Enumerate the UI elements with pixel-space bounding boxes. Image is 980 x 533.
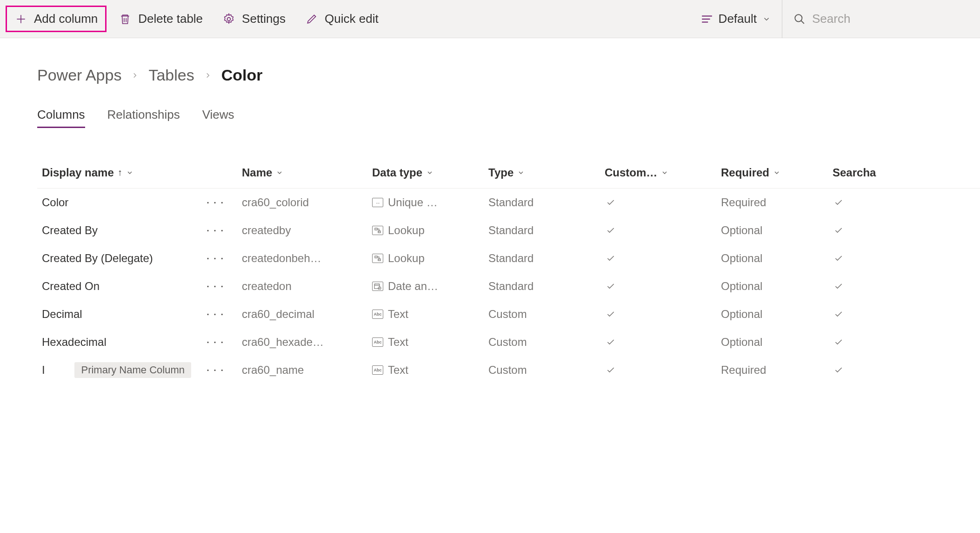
check-icon: [833, 198, 916, 207]
toolbar-right: Default: [690, 0, 974, 38]
tabs: Columns Relationships Views: [37, 108, 980, 128]
check-icon: [833, 254, 916, 263]
cell-searchable: [833, 337, 916, 347]
cell-display-name: Hexadecimal· · ·: [42, 336, 242, 349]
table-row[interactable]: Hexadecimal· · ·cra60_hexade…AbcTextCust…: [37, 328, 980, 356]
content-area: Power Apps Tables Color Columns Relation…: [0, 38, 980, 384]
header-required[interactable]: Required: [721, 166, 833, 179]
cell-name: cra60_colorid: [242, 196, 372, 209]
cell-name: cra60_hexade…: [242, 336, 372, 349]
cell-datatype: AbcText: [372, 308, 488, 321]
cell-searchable: [833, 226, 916, 235]
view-label: Default: [719, 12, 757, 26]
cell-datatype: AbcText: [372, 336, 488, 349]
tab-views[interactable]: Views: [202, 108, 234, 128]
header-display-name[interactable]: Display name ↑: [42, 166, 242, 179]
breadcrumb-root[interactable]: Power Apps: [37, 66, 121, 84]
svg-rect-10: [375, 228, 377, 230]
cell-custom: [605, 198, 721, 207]
cell-required: Optional: [721, 252, 833, 265]
text-icon: Abc: [372, 337, 383, 347]
trash-icon: [119, 13, 132, 26]
datetime-icon: [372, 282, 383, 291]
cell-custom: [605, 254, 721, 263]
cell-type: Custom: [488, 308, 605, 321]
breadcrumb-current: Color: [221, 66, 263, 84]
table-row[interactable]: Created On· · ·createdonDate an…Standard…: [37, 272, 980, 300]
cell-searchable: [833, 254, 916, 263]
cell-type: Standard: [488, 252, 605, 265]
cell-type: Custom: [488, 336, 605, 349]
cell-datatype: Lookup: [372, 224, 488, 237]
cell-type: Standard: [488, 224, 605, 237]
check-icon: [605, 282, 721, 291]
delete-table-button[interactable]: Delete table: [111, 7, 210, 31]
add-column-button[interactable]: Add column: [6, 6, 107, 32]
tab-relationships[interactable]: Relationships: [107, 108, 180, 128]
header-data-type[interactable]: Data type: [372, 166, 488, 179]
check-icon: [605, 337, 721, 347]
cell-display-name: Created By (Delegate)· · ·: [42, 252, 242, 265]
row-more-button[interactable]: · · ·: [203, 365, 228, 376]
table-row[interactable]: Created By· · ·createdbyLookupStandardOp…: [37, 216, 980, 244]
table-header: Display name ↑ Name Data type Type Custo…: [37, 161, 980, 189]
header-name[interactable]: Name: [242, 166, 372, 179]
header-custom[interactable]: Custom…: [605, 166, 721, 179]
check-icon: [833, 365, 916, 375]
quick-edit-button[interactable]: Quick edit: [298, 7, 386, 31]
search-box[interactable]: [782, 0, 974, 38]
cell-display-name: Created On· · ·: [42, 280, 242, 293]
search-icon: [793, 13, 806, 25]
cell-datatype: Date an…: [372, 280, 488, 293]
chevron-down-icon: [276, 169, 283, 176]
chevron-right-icon: [204, 71, 212, 80]
list-icon: [701, 14, 713, 24]
header-type[interactable]: Type: [488, 166, 605, 179]
check-icon: [605, 254, 721, 263]
view-selector[interactable]: Default: [690, 12, 782, 26]
cell-name: cra60_name: [242, 364, 372, 377]
cell-required: Optional: [721, 280, 833, 293]
settings-button[interactable]: Settings: [215, 7, 293, 31]
table-row[interactable]: Decimal· · ·cra60_decimalAbcTextCustomOp…: [37, 300, 980, 328]
svg-rect-12: [375, 256, 377, 258]
lookup-icon: [372, 226, 383, 235]
row-more-button[interactable]: · · ·: [203, 197, 228, 208]
chevron-down-icon: [762, 15, 771, 23]
table-row[interactable]: I Primary Name Column· · ·cra60_nameAbcT…: [37, 356, 980, 384]
cell-display-name: Created By· · ·: [42, 224, 242, 237]
search-input[interactable]: [812, 12, 963, 26]
row-more-button[interactable]: · · ·: [203, 309, 228, 320]
header-searchable[interactable]: Searcha: [833, 166, 916, 179]
cell-searchable: [833, 365, 916, 375]
check-icon: [833, 310, 916, 319]
breadcrumb-tables[interactable]: Tables: [148, 66, 194, 84]
row-more-button[interactable]: · · ·: [203, 281, 228, 292]
tab-columns[interactable]: Columns: [37, 108, 85, 128]
toolbar: Add column Delete table Settings Quick e…: [0, 0, 980, 38]
cell-display-name: Decimal· · ·: [42, 308, 242, 321]
table-row[interactable]: Color· · ·cra60_colorid- -Unique …Standa…: [37, 189, 980, 216]
add-column-label: Add column: [34, 12, 98, 26]
primary-name-pill: Primary Name Column: [74, 362, 191, 378]
row-more-button[interactable]: · · ·: [203, 253, 228, 264]
svg-rect-14: [374, 284, 380, 289]
cell-required: Required: [721, 196, 833, 209]
cell-name: createdby: [242, 224, 372, 237]
gear-icon: [222, 13, 235, 26]
cell-datatype: Lookup: [372, 252, 488, 265]
check-icon: [833, 226, 916, 235]
cell-custom: [605, 282, 721, 291]
lookup-icon: [372, 254, 383, 263]
chevron-down-icon: [126, 169, 133, 176]
svg-point-4: [227, 17, 231, 20]
chevron-down-icon: [426, 169, 433, 176]
cell-datatype: - -Unique …: [372, 196, 488, 209]
table-row[interactable]: Created By (Delegate)· · ·createdonbeh…L…: [37, 244, 980, 272]
cell-type: Standard: [488, 280, 605, 293]
row-more-button[interactable]: · · ·: [203, 225, 228, 236]
pencil-icon: [305, 13, 318, 26]
unique-id-icon: - -: [372, 198, 383, 207]
row-more-button[interactable]: · · ·: [203, 337, 228, 348]
breadcrumb: Power Apps Tables Color: [37, 66, 980, 84]
